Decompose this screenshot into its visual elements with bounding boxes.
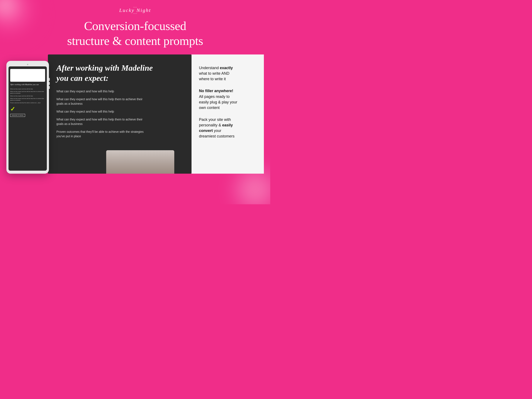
tablet-list-item-5: Proven outcomes that they'll be able to … [10, 102, 45, 104]
preview-card: After working with Madeline you can expe… [48, 55, 191, 174]
tablet-side-btn-3 [49, 86, 50, 89]
logo: Lucky Night [119, 6, 151, 15]
feature-3-text: Pack your site with personality & easily… [199, 117, 256, 139]
feature-2: No filler anywhere! All pages ready to e… [199, 88, 256, 110]
preview-list: What can they expect and how will this h… [56, 89, 183, 139]
tablet-checkmark: ✓ [10, 106, 45, 113]
tablet-side-btn-1 [49, 78, 50, 81]
tablet-screen: After working with Madeline you can What… [8, 66, 47, 171]
tablet-side-buttons [49, 78, 50, 89]
feature-1-text: Understand exactly what to write AND whe… [199, 65, 256, 82]
tablet-list-item-3: What can they expect and how will this h… [10, 95, 45, 97]
preview-list-item-3: What can they expect and how will this h… [56, 109, 183, 114]
preview-list-item-4: What can they expect and how will this h… [56, 117, 146, 126]
person-silhouette [106, 150, 174, 174]
tablet-mockup: After working with Madeline you can What… [6, 61, 49, 174]
feature-1: Understand exactly what to write AND whe… [199, 65, 256, 82]
content-area: After working with Madeline you can What… [0, 55, 270, 174]
preview-list-item-2: What can they expect and how will this h… [56, 97, 146, 106]
tablet-list-item-1: What can they expect and how will this h… [10, 88, 45, 90]
feature-2-bold: No filler anywhere! [199, 89, 233, 93]
tablet-white-block [10, 69, 45, 82]
feature-1-bold: exactly [220, 66, 233, 70]
feature-2-text: No filler anywhere! All pages ready to e… [199, 88, 256, 110]
tablet-side-btn-2 [49, 82, 50, 85]
preview-list-item-1: What can they expect and how will this h… [56, 89, 183, 94]
feature-3-bold: easily convert [199, 123, 233, 133]
tablet-heading: After working with Madeline you can [10, 83, 45, 86]
enquire-to-book-button[interactable]: ENQUIRE TO BOOK [10, 114, 25, 117]
title-line1: Conversion-focussed [84, 19, 186, 33]
feature-3: Pack your site with personality & easily… [199, 117, 256, 139]
header: Lucky Night Conversion-focussed structur… [0, 0, 270, 48]
logo-container: Lucky Night [119, 6, 151, 15]
tablet-list-item-4: What can they expect and how will this h… [10, 98, 45, 101]
preview-list-item-5: Proven outcomes that they'll be able to … [56, 130, 146, 139]
preview-heading: After working with Madeline you can expe… [56, 63, 154, 83]
tablet-list-item-2: What can they expect and how will this h… [10, 91, 45, 94]
preview-image-inner [106, 150, 174, 174]
title-line2: structure & content prompts [67, 34, 203, 48]
main-title: Conversion-focussed structure & content … [55, 19, 216, 48]
preview-bottom-image [106, 150, 174, 174]
right-panel: Understand exactly what to write AND whe… [191, 55, 264, 174]
tablet-camera [27, 64, 28, 65]
